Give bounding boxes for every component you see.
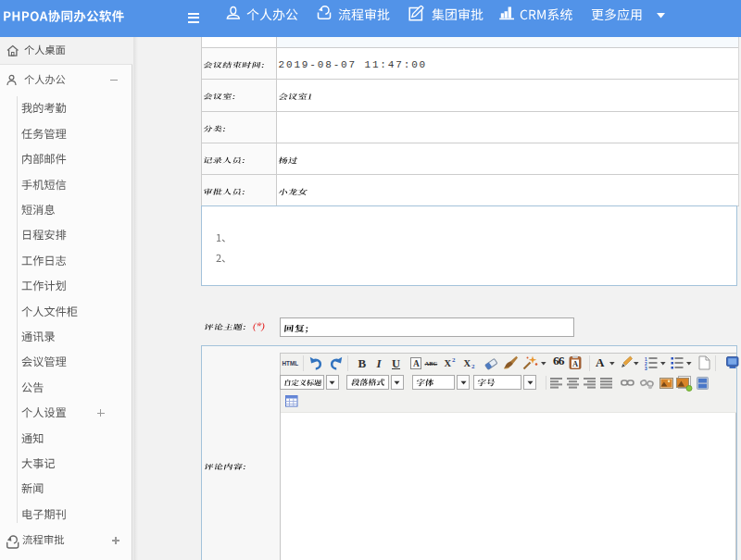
svg-text:3: 3 bbox=[645, 367, 647, 371]
svg-text:A: A bbox=[572, 359, 579, 368]
